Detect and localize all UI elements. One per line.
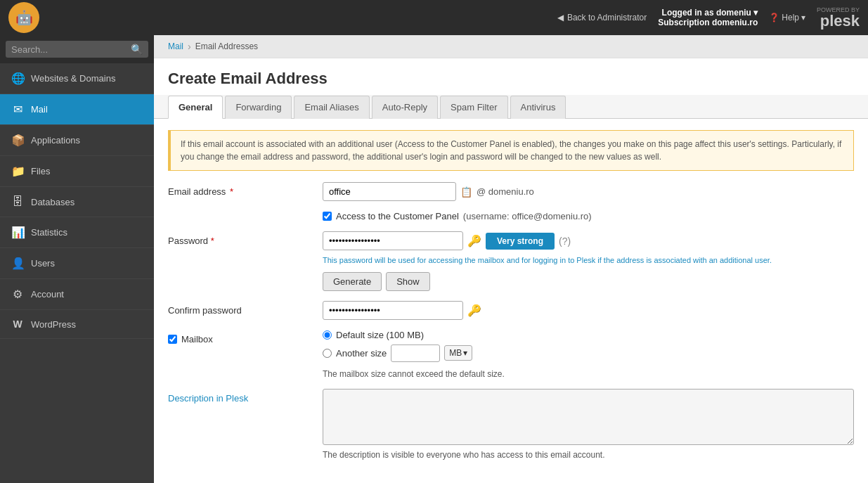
another-size-label: Another size — [336, 348, 387, 359]
form-area: If this email account is associated with… — [154, 119, 868, 481]
globe-icon: 🌐 — [11, 72, 24, 85]
confirm-password-icon: 🔑 — [467, 304, 481, 317]
sidebar-item-applications[interactable]: 📦 Applications — [0, 125, 154, 156]
description-hint: The description is visible to everyone w… — [323, 450, 854, 460]
users-icon: 👤 — [11, 257, 24, 270]
help-button[interactable]: ❓ Help ▾ — [769, 13, 805, 22]
tab-spam-filter[interactable]: Spam Filter — [440, 96, 507, 119]
sidebar-item-users[interactable]: 👤 Users — [0, 248, 154, 279]
sidebar-item-account[interactable]: ⚙ Account — [0, 279, 154, 310]
mailbox-row: Mailbox Default size (100 MB) Another si… — [168, 330, 854, 379]
description-label: Description in Plesk — [168, 389, 323, 404]
tab-general[interactable]: General — [168, 96, 223, 119]
show-button[interactable]: Show — [386, 272, 430, 291]
another-size-radio[interactable] — [323, 349, 332, 358]
breadcrumb-separator: › — [188, 41, 191, 52]
mail-icon: ✉ — [11, 103, 24, 116]
sidebar-item-statistics[interactable]: 📊 Statistics — [0, 217, 154, 248]
confirm-password-input[interactable] — [323, 301, 463, 320]
tab-bar: General Forwarding Email Aliases Auto-Re… — [154, 95, 868, 119]
required-star: * — [227, 186, 233, 197]
default-size-radio[interactable] — [323, 330, 332, 340]
email-address-row: Email address * 📋 @ domeniu.ro — [168, 182, 854, 201]
sidebar-label-files: Files — [31, 166, 50, 176]
sidebar-label-mail: Mail — [31, 104, 48, 115]
mailbox-hint: The mailbox size cannot exceed the defau… — [323, 369, 854, 379]
breadcrumb: Mail › Email Addresses — [154, 35, 868, 58]
password-input[interactable] — [323, 231, 463, 250]
breadcrumb-email-addresses: Email Addresses — [195, 41, 258, 51]
mailbox-control: Default size (100 MB) Another size MB ▾ … — [323, 330, 854, 379]
info-box: If this email account is associated with… — [168, 130, 854, 171]
password-label: Password * — [168, 231, 323, 246]
page-title: Create Email Address — [168, 70, 854, 88]
tab-email-aliases[interactable]: Email Aliases — [294, 96, 369, 119]
confirm-password-row: Confirm password 🔑 — [168, 301, 854, 320]
wordpress-icon: W — [11, 318, 24, 330]
back-arrow-icon: ◀ — [557, 13, 564, 22]
default-size-label: Default size (100 MB) — [336, 330, 424, 340]
description-textarea[interactable] — [323, 389, 854, 445]
tab-antivirus[interactable]: Antivirus — [510, 96, 566, 119]
topbar: 🤖 ◀ Back to Administrator Logged in as d… — [0, 0, 868, 35]
generate-button[interactable]: Generate — [323, 272, 382, 291]
sidebar-item-files[interactable]: 📁 Files — [0, 156, 154, 187]
topbar-right: ◀ Back to Administrator Logged in as dom… — [557, 6, 860, 29]
main-content: Mail › Email Addresses Create Email Addr… — [154, 35, 868, 483]
info-box-text: If this email account is associated with… — [181, 139, 841, 162]
sidebar-label-statistics: Statistics — [31, 227, 67, 238]
email-address-label: Email address * — [168, 182, 323, 197]
search-icon: 🔍 — [131, 44, 143, 55]
password-hint: This password will be used for accessing… — [323, 255, 854, 266]
account-icon: ⚙ — [11, 288, 24, 301]
help-icon: ❓ — [769, 13, 779, 22]
access-customer-panel-label: Access to the Customer Panel — [336, 211, 459, 221]
mailbox-checkbox[interactable] — [168, 335, 177, 344]
sidebar: 🔍 🌐 Websites & Domains ✉ Mail 📦 Applicat… — [0, 35, 154, 483]
password-generate-icon: 🔑 — [467, 234, 481, 247]
mailbox-label: Mailbox — [168, 330, 323, 344]
access-customer-panel-checkbox[interactable] — [323, 212, 332, 221]
mailbox-unit-label: MB — [449, 348, 462, 358]
sidebar-label-applications: Applications — [31, 135, 80, 146]
confirm-password-label: Confirm password — [168, 301, 323, 316]
sidebar-item-wordpress[interactable]: W WordPress — [0, 310, 154, 339]
back-to-admin-button[interactable]: ◀ Back to Administrator — [557, 13, 647, 22]
search-input[interactable] — [11, 44, 131, 55]
password-control: 🔑 Very strong (?) This password will be … — [323, 231, 854, 291]
sidebar-label-websites-domains: Websites & Domains — [31, 73, 115, 84]
sidebar-item-websites-domains[interactable]: 🌐 Websites & Domains — [0, 63, 154, 94]
email-address-control: 📋 @ domeniu.ro — [323, 182, 854, 201]
access-customer-panel-detail: (username: office@domeniu.ro) — [463, 211, 592, 221]
mailbox-unit-dropdown[interactable]: MB ▾ — [444, 345, 472, 361]
password-help-icon[interactable]: (?) — [559, 236, 571, 247]
sidebar-item-mail[interactable]: ✉ Mail — [0, 94, 154, 125]
databases-icon: 🗄 — [11, 195, 24, 208]
tab-auto-reply[interactable]: Auto-Reply — [372, 96, 438, 119]
breadcrumb-mail-link[interactable]: Mail — [168, 41, 183, 51]
mailbox-unit-chevron: ▾ — [463, 348, 467, 358]
email-input[interactable] — [323, 182, 456, 201]
plesk-brand: POWERED BY plesk — [817, 6, 860, 29]
sidebar-label-databases: Databases — [31, 197, 75, 207]
email-domain: @ domeniu.ro — [477, 186, 534, 197]
statistics-icon: 📊 — [11, 226, 24, 239]
sidebar-item-databases[interactable]: 🗄 Databases — [0, 187, 154, 217]
applications-icon: 📦 — [11, 134, 24, 147]
password-strength-indicator: Very strong — [486, 233, 555, 250]
description-row: Description in Plesk The description is … — [168, 389, 854, 460]
description-control: The description is visible to everyone w… — [323, 389, 854, 460]
password-row: Password * 🔑 Very strong (?) This passwo… — [168, 231, 854, 291]
back-to-admin-label: Back to Administrator — [567, 13, 647, 22]
sidebar-label-wordpress: WordPress — [31, 319, 76, 330]
access-customer-panel-row: Access to the Customer Panel (username: … — [323, 211, 854, 221]
page-header: Create Email Address — [154, 58, 868, 95]
mailbox-size-input[interactable] — [391, 344, 440, 362]
sidebar-label-users: Users — [31, 258, 55, 269]
email-field-icon: 📋 — [460, 186, 472, 198]
sidebar-label-account: Account — [31, 289, 64, 300]
user-info: Logged in as domeniu ▾ Subscription dome… — [658, 8, 758, 27]
tab-forwarding[interactable]: Forwarding — [225, 96, 292, 119]
sidebar-search-container: 🔍 — [0, 35, 154, 63]
files-icon: 📁 — [11, 165, 24, 178]
